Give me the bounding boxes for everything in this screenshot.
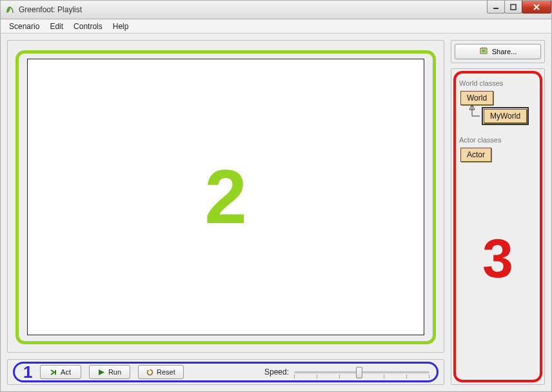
- world-classes-label: World classes: [459, 79, 539, 87]
- annotation-1-label: 1: [23, 362, 32, 382]
- right-column: Share... World classes World MyWorld Act…: [451, 40, 545, 385]
- reset-icon: [146, 369, 153, 376]
- reset-button[interactable]: Reset: [138, 365, 184, 379]
- class-panel: World classes World MyWorld Actor classe…: [451, 68, 545, 385]
- client-area: 2 1 Act Run Reset: [0, 34, 552, 392]
- speed-label: Speed:: [264, 368, 289, 377]
- close-button[interactable]: [522, 1, 551, 14]
- left-column: 2 1 Act Run Reset: [7, 40, 444, 385]
- run-button[interactable]: Run: [89, 365, 130, 379]
- menu-scenario[interactable]: Scenario: [5, 21, 44, 32]
- share-label: Share...: [492, 48, 517, 55]
- window-controls: [488, 1, 551, 14]
- play-icon: [98, 369, 105, 376]
- menu-edit[interactable]: Edit: [45, 21, 68, 32]
- annotation-2-label: 2: [204, 153, 247, 240]
- control-bar: 1 Act Run Reset Speed:: [7, 359, 444, 385]
- speed-slider[interactable]: [294, 366, 429, 378]
- menu-bar: Scenario Edit Controls Help: [0, 19, 552, 34]
- share-panel: Share...: [451, 40, 545, 63]
- maximize-button[interactable]: [504, 1, 522, 14]
- actor-classes-label: Actor classes: [459, 136, 539, 144]
- menu-controls[interactable]: Controls: [69, 21, 107, 32]
- window-title: Greenfoot: Playlist: [19, 5, 82, 14]
- step-icon: [50, 369, 57, 376]
- act-label: Act: [61, 368, 71, 376]
- class-actor[interactable]: Actor: [460, 148, 491, 162]
- menu-help[interactable]: Help: [108, 21, 133, 32]
- tree-connector: MyWorld: [466, 105, 539, 122]
- world-panel: 2: [7, 40, 444, 353]
- svg-rect-8: [481, 50, 486, 53]
- reset-label: Reset: [157, 368, 175, 376]
- svg-marker-5: [99, 369, 104, 375]
- share-button[interactable]: Share...: [455, 44, 541, 59]
- act-button[interactable]: Act: [40, 365, 81, 379]
- annotation-3-label: 3: [482, 226, 513, 290]
- share-icon: [479, 46, 488, 57]
- slider-thumb[interactable]: [356, 367, 362, 378]
- app-icon: [5, 5, 15, 15]
- title-bar: Greenfoot: Playlist: [0, 0, 552, 19]
- run-label: Run: [108, 368, 121, 376]
- minimize-button[interactable]: [487, 1, 505, 14]
- svg-rect-1: [511, 5, 516, 10]
- class-myworld[interactable]: MyWorld: [484, 109, 527, 123]
